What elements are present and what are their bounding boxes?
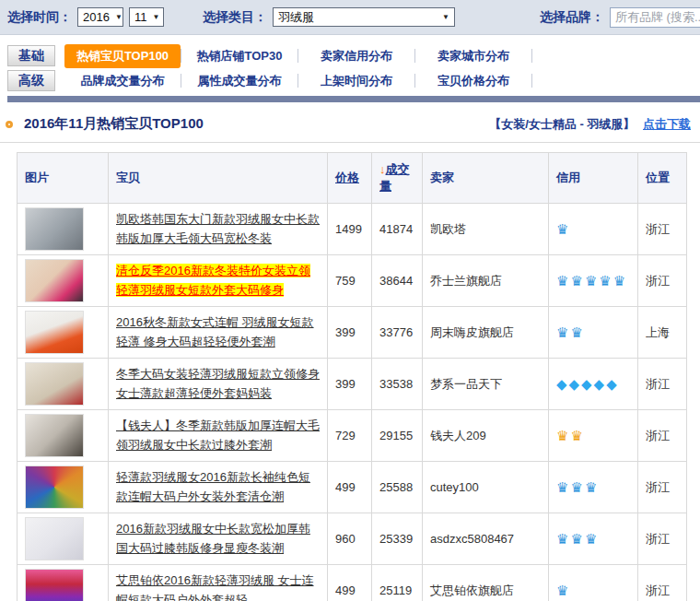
item-thumbnail[interactable] xyxy=(25,207,84,251)
tab-brand-volume-distribution[interactable]: 品牌成交量分布 xyxy=(64,69,181,93)
section-header: 2016年11月热销宝贝TOP100 【女装/女士精品 - 羽绒服】 点击下载 xyxy=(6,115,691,133)
seller-name: cutey100 xyxy=(423,462,549,513)
item-location: 浙江 xyxy=(638,513,687,565)
item-thumbnail[interactable] xyxy=(25,569,84,601)
brand-search-input[interactable] xyxy=(610,7,700,28)
brand-filter-group: 选择品牌： ▼ xyxy=(540,7,700,28)
seller-name: 梦系一品天下 xyxy=(423,359,549,410)
item-location: 浙江 xyxy=(638,565,687,601)
seller-name: asdzxc5808467 xyxy=(423,513,549,565)
item-title-link[interactable]: 艾思铂依2016新款轻薄羽绒服 女士连帽短款大码户外外套超轻 xyxy=(116,573,314,601)
item-price: 759 xyxy=(328,255,372,307)
item-title-link[interactable]: 2016秋冬新款女式连帽 羽绒服女短款轻薄 修身大码超轻轻便外套潮 xyxy=(116,315,314,348)
page-title: 2016年11月热销宝贝TOP100 xyxy=(24,115,204,133)
item-price: 399 xyxy=(328,307,372,359)
blue-crown-icons: ♛♛♛ xyxy=(556,531,599,547)
item-title-link[interactable]: 清仓反季2016新款冬装特价女装立领轻薄羽绒服女短款外套大码修身 xyxy=(116,264,310,296)
item-location: 浙江 xyxy=(638,462,687,513)
header-credit: 信用 xyxy=(549,153,638,204)
caret-down-icon: ▼ xyxy=(153,13,160,21)
item-title-link[interactable]: 【钱夫人】冬季新款韩版加厚连帽大毛领羽绒服女中长款过膝外套潮 xyxy=(116,418,320,451)
top100-table: 图片 宝贝 价格 ↓成交量 卖家 信用 位置 凯欧塔韩国东大门新款羽绒服女中长款… xyxy=(17,152,687,601)
year-select-value: 2016 xyxy=(83,10,110,24)
header-seller: 卖家 xyxy=(423,153,549,204)
category-path: 【女装/女士精品 - 羽绒服】 点击下载 xyxy=(489,116,691,133)
item-location: 上海 xyxy=(638,307,687,359)
header-item: 宝贝 xyxy=(109,153,328,204)
orange-ring-icon xyxy=(6,121,13,128)
header-image: 图片 xyxy=(18,153,109,204)
category-select-value: 羽绒服 xyxy=(278,9,314,26)
table-row: 2016秋冬新款女式连帽 羽绒服女短款轻薄 修身大码超轻轻便外套潮 399 33… xyxy=(18,307,687,359)
filter-bar: 选择时间： 2016 ▼ 11 ▼ 选择类目： 羽绒服 ▼ 选择品牌： ▼ xyxy=(0,0,700,35)
item-location: 浙江 xyxy=(638,204,687,255)
item-price: 1499 xyxy=(328,204,372,255)
table-row: 2016新款羽绒服女中长款宽松加厚韩国大码过膝韩版修身显瘦冬装潮 960 253… xyxy=(18,513,687,565)
tab-separator xyxy=(531,49,532,63)
item-title-link[interactable]: 2016新款羽绒服女中长款宽松加厚韩国大码过膝韩版修身显瘦冬装潮 xyxy=(116,522,310,554)
month-select-value: 11 xyxy=(134,10,147,24)
item-thumbnail[interactable] xyxy=(25,311,84,354)
download-link[interactable]: 点击下载 xyxy=(643,117,691,131)
item-title-link[interactable]: 冬季大码女装轻薄羽绒服短款立领修身女士薄款超薄轻便外套妈妈装 xyxy=(116,367,320,399)
blue-crown-icons: ♛♛♛♛♛ xyxy=(556,273,627,289)
seller-name: 艾思铂依旗舰店 xyxy=(423,565,549,601)
item-volume: 25588 xyxy=(372,462,423,513)
seller-name: 周末嗨皮旗舰店 xyxy=(423,307,549,359)
item-thumbnail[interactable] xyxy=(25,259,84,302)
item-title-link[interactable]: 轻薄款羽绒服女2016新款长袖纯色短款连帽大码户外女装外套清仓潮 xyxy=(116,470,310,502)
tab-divider-bar xyxy=(7,96,700,102)
item-price: 729 xyxy=(328,410,372,462)
table-row: 【钱夫人】冬季新款韩版加厚连帽大毛领羽绒服女中长款过膝外套潮 729 29155… xyxy=(18,410,687,462)
tab-seller-credit-distribution[interactable]: 卖家信用分布 xyxy=(298,44,414,68)
tab-hot-shops-top30[interactable]: 热销店铺TOP30 xyxy=(181,44,298,68)
month-select[interactable]: 11 ▼ xyxy=(129,7,164,27)
item-thumbnail[interactable] xyxy=(25,465,84,509)
table-row: 凯欧塔韩国东大门新款羽绒服女中长款韩版加厚大毛领大码宽松冬装 1499 4187… xyxy=(18,204,687,255)
item-thumbnail[interactable] xyxy=(25,517,84,560)
advanced-tab-row: 高级 品牌成交量分布 属性成交量分布 上架时间分布 宝贝价格分布 xyxy=(7,68,700,93)
blue-crown-icons: ♛♛ xyxy=(556,324,585,340)
item-price: 399 xyxy=(328,359,372,410)
item-location: 浙江 xyxy=(638,359,687,410)
tab-attribute-volume-distribution[interactable]: 属性成交量分布 xyxy=(181,69,298,93)
category-select[interactable]: 羽绒服 ▼ xyxy=(273,7,455,27)
tab-seller-city-distribution[interactable]: 卖家城市分布 xyxy=(415,44,531,68)
blue-crown-icons: ♛ xyxy=(556,583,570,598)
item-volume: 38644 xyxy=(372,255,423,307)
category-filter-label: 选择类目： xyxy=(203,9,267,26)
seller-name: 钱夫人209 xyxy=(423,410,549,462)
table-header-row: 图片 宝贝 价格 ↓成交量 卖家 信用 位置 xyxy=(18,153,687,204)
item-volume: 41874 xyxy=(372,204,423,255)
item-title-link[interactable]: 凯欧塔韩国东大门新款羽绒服女中长款韩版加厚大毛领大码宽松冬装 xyxy=(116,212,320,244)
caret-down-icon: ▼ xyxy=(115,13,122,21)
tab-listing-time-distribution[interactable]: 上架时间分布 xyxy=(298,69,414,93)
sort-by-price-link[interactable]: 价格 xyxy=(335,171,359,184)
brand-filter-label: 选择品牌： xyxy=(540,9,604,26)
year-select[interactable]: 2016 ▼ xyxy=(77,7,123,27)
item-volume: 33776 xyxy=(372,307,423,359)
table-row: 清仓反季2016新款冬装特价女装立领轻薄羽绒服女短款外套大码修身 759 386… xyxy=(18,255,687,307)
basic-tab-row: 基础 热销宝贝TOP100 热销店铺TOP30 卖家信用分布 卖家城市分布 xyxy=(7,43,700,68)
table-row: 冬季大码女装轻薄羽绒服短款立领修身女士薄款超薄轻便外套妈妈装 399 33538… xyxy=(18,359,687,410)
blue-crown-icons: ♛♛♛ xyxy=(556,479,599,495)
blue-crown-icons: ♛ xyxy=(556,221,570,237)
category-filter-group: 选择类目： 羽绒服 ▼ xyxy=(203,7,455,27)
item-thumbnail[interactable] xyxy=(25,414,84,457)
seller-name: 乔士兰旗舰店 xyxy=(423,255,549,307)
item-volume: 33538 xyxy=(372,359,423,410)
category-path-text: 【女装/女士精品 - 羽绒服】 xyxy=(489,117,635,131)
table-row: 轻薄款羽绒服女2016新款长袖纯色短款连帽大码户外女装外套清仓潮 499 255… xyxy=(18,462,687,513)
blue-diamond-icons: ◆◆◆◆◆ xyxy=(556,376,619,392)
tab-hot-items-top100[interactable]: 热销宝贝TOP100 xyxy=(64,44,181,68)
item-location: 浙江 xyxy=(638,255,687,307)
item-price: 960 xyxy=(328,513,372,565)
item-thumbnail[interactable] xyxy=(25,362,84,406)
time-filter-group: 选择时间： 2016 ▼ 11 ▼ xyxy=(7,7,164,27)
tab-separator xyxy=(531,74,532,88)
item-volume: 25119 xyxy=(372,565,423,601)
item-volume: 29155 xyxy=(372,410,423,462)
header-location: 位置 xyxy=(638,153,687,204)
gold-crown-icons: ♛♛ xyxy=(556,428,585,443)
tab-item-price-distribution[interactable]: 宝贝价格分布 xyxy=(415,69,531,93)
